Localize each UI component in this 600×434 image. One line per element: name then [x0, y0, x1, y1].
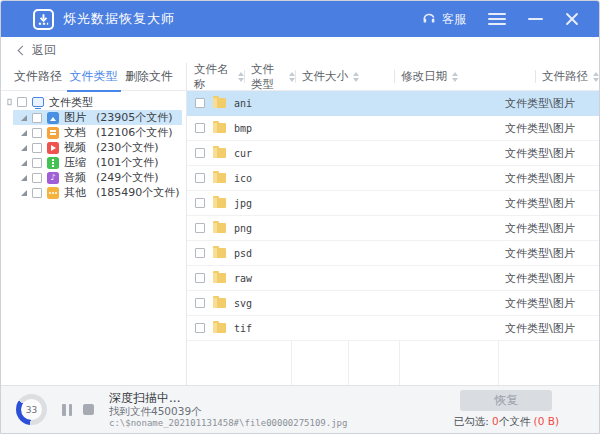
file-name: png [234, 223, 252, 234]
file-name: bmp [234, 123, 252, 134]
tree-item-count: (23905个文件) [96, 110, 173, 125]
tree-item[interactable]: 文档 (12106个文件) [13, 125, 182, 140]
tree-root-label: 文件类型 [49, 95, 93, 110]
stop-icon[interactable] [83, 404, 94, 415]
tree-root-checkbox[interactable] [17, 97, 27, 107]
column-header[interactable]: 修改日期 [394, 63, 535, 90]
row-checkbox[interactable] [195, 298, 205, 308]
sort-icon[interactable] [593, 72, 599, 82]
folder-icon [213, 123, 226, 133]
tree-item-count: (101个文件) [96, 155, 159, 170]
expand-icon[interactable] [21, 175, 27, 181]
tree-item-checkbox[interactable] [32, 158, 42, 168]
row-checkbox[interactable] [195, 223, 205, 233]
expand-icon[interactable] [21, 160, 27, 166]
tree-item-label: 图片 [64, 110, 91, 125]
file-name: tif [234, 323, 252, 334]
sort-icon[interactable] [353, 72, 359, 82]
table-row[interactable]: cur 文件类型\图片 [187, 141, 599, 166]
sidebar-tabs: 文件路径 文件类型 删除文件 [1, 63, 186, 91]
table-row[interactable]: tif 文件类型\图片 [187, 316, 599, 341]
file-path-cell: 文件类型\图片 [498, 221, 599, 236]
row-checkbox[interactable] [195, 248, 205, 258]
customer-service-label: 客服 [442, 11, 466, 28]
table-row[interactable]: raw 文件类型\图片 [187, 266, 599, 291]
selected-prefix: 已勾选: [454, 415, 489, 427]
tree-item-checkbox[interactable] [32, 173, 42, 183]
tree-item-checkbox[interactable] [32, 188, 42, 198]
tree-item-label: 文档 [64, 125, 91, 140]
expand-icon[interactable] [21, 130, 27, 136]
tree-item[interactable]: 图片 (23905个文件) [13, 110, 182, 125]
table-row[interactable]: jpg 文件类型\图片 [187, 191, 599, 216]
expand-icon[interactable] [21, 115, 27, 121]
back-button[interactable]: 返回 [19, 42, 56, 59]
file-name-cell: tif [187, 323, 291, 334]
file-category-icon [47, 127, 59, 139]
sidebar-tab[interactable]: 删除文件 [123, 68, 175, 85]
tree-item[interactable]: 音频 (249个文件) [13, 170, 182, 185]
tree-item-checkbox[interactable] [32, 128, 42, 138]
sidebar-tab[interactable]: 文件类型 [68, 68, 120, 85]
back-bar: 返回 [1, 37, 599, 63]
file-category-icon [47, 142, 59, 154]
selected-count-suffix: 个文件 [499, 415, 531, 427]
customer-service-button[interactable]: 客服 [421, 10, 466, 29]
row-checkbox[interactable] [195, 98, 205, 108]
pause-icon[interactable] [62, 404, 72, 416]
file-category-icon [47, 172, 59, 184]
table-row[interactable]: psd 文件类型\图片 [187, 241, 599, 266]
tree-item-label: 视频 [64, 140, 91, 155]
menu-icon[interactable] [488, 10, 506, 28]
table-header: 文件名称 文件类型 文件大小 修改日期 [187, 63, 599, 91]
close-icon[interactable] [565, 12, 579, 26]
recover-button[interactable]: 恢复 [460, 390, 552, 411]
column-header[interactable]: 文件名称 [187, 63, 244, 90]
scan-status-title: 深度扫描中... [109, 391, 347, 405]
table-row[interactable]: ani 文件类型\图片 [187, 91, 599, 116]
file-table: 文件名称 文件类型 文件大小 修改日期 [187, 63, 599, 385]
tree-item-label: 其他 [64, 185, 91, 200]
sort-icon[interactable] [452, 72, 458, 82]
expand-icon[interactable] [21, 145, 27, 151]
folder-icon [213, 248, 226, 258]
app-title: 烁光数据恢复大师 [63, 10, 175, 28]
scan-found-count: 找到文件450039个 [109, 405, 347, 417]
minimize-icon[interactable] [528, 18, 543, 20]
column-header[interactable]: 文件类型 [244, 63, 295, 90]
file-name: svg [234, 298, 252, 309]
scan-progress-ring: 33 [16, 394, 47, 425]
tree-item-checkbox[interactable] [32, 143, 42, 153]
tree-item[interactable]: 视频 (230个文件) [13, 140, 182, 155]
tree-item[interactable]: 其他 (185490个文件) [13, 185, 182, 200]
selected-summary: 已勾选: 0个文件 (0 B) [454, 415, 559, 429]
row-checkbox[interactable] [195, 323, 205, 333]
row-checkbox[interactable] [195, 123, 205, 133]
folder-icon [213, 298, 226, 308]
table-row[interactable]: ico 文件类型\图片 [187, 166, 599, 191]
table-row[interactable]: bmp 文件类型\图片 [187, 116, 599, 141]
column-header[interactable]: 文件路径 [535, 63, 599, 90]
file-path-cell: 文件类型\图片 [498, 121, 599, 136]
tree-item-count: (12106个文件) [96, 125, 173, 140]
expand-icon[interactable] [8, 99, 12, 105]
titlebar-left: 烁光数据恢复大师 [33, 9, 175, 30]
tree-item-checkbox[interactable] [32, 113, 42, 123]
file-path-cell: 文件类型\图片 [498, 171, 599, 186]
row-checkbox[interactable] [195, 173, 205, 183]
row-checkbox[interactable] [195, 273, 205, 283]
file-name: jpg [234, 198, 252, 209]
tree-item-count: (249个文件) [96, 170, 159, 185]
table-row[interactable]: svg 文件类型\图片 [187, 291, 599, 316]
expand-icon[interactable] [21, 190, 27, 196]
row-checkbox[interactable] [195, 148, 205, 158]
headset-icon [421, 10, 437, 29]
tree-item[interactable]: 压缩 (101个文件) [13, 155, 182, 170]
sidebar-tab[interactable]: 文件路径 [12, 68, 64, 85]
selected-count-number: 0 [492, 415, 499, 427]
column-header[interactable]: 文件大小 [295, 63, 394, 90]
row-checkbox[interactable] [195, 198, 205, 208]
table-row[interactable]: png 文件类型\图片 [187, 216, 599, 241]
table-body: ani 文件类型\图片 bmp [187, 91, 599, 385]
tree-root[interactable]: 文件类型 [1, 94, 186, 110]
